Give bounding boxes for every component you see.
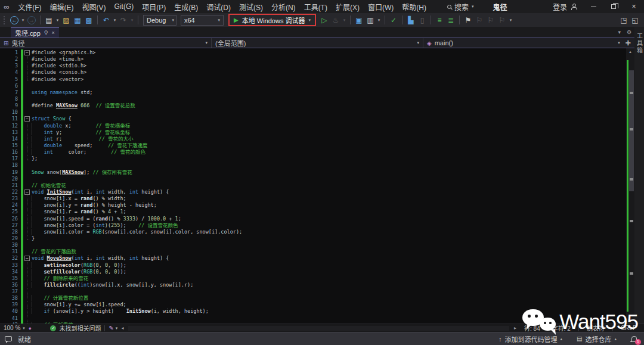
comment-selection-icon[interactable]: ≡	[434, 14, 445, 26]
start-debugging-button[interactable]: ▶ 本地 Windows 调试器 ▾	[228, 14, 316, 26]
horizontal-scrollbar[interactable]	[128, 326, 509, 331]
split-editor-icon[interactable]: ✛	[623, 39, 631, 47]
code-line[interactable]	[24, 96, 626, 102]
nav-back-icon[interactable]: ←	[10, 16, 18, 24]
code-line[interactable]: int color; // 雪花的颜色	[24, 149, 626, 156]
toggle-bookmark-icon[interactable]: ⚑	[463, 14, 473, 26]
fold-collapse-icon[interactable]: −	[24, 116, 32, 122]
code-editor[interactable]: 1234567891011121314151617181920212223242…	[0, 48, 634, 324]
code-line[interactable]: −#include <graphics.h>	[24, 49, 626, 56]
menu-item-4[interactable]: 项目(P)	[138, 1, 170, 13]
send-feedback-icon[interactable]: ◳	[618, 14, 629, 26]
code-line[interactable]: // 计算雪花新位置	[24, 295, 626, 302]
menu-item-8[interactable]: 分析(N)	[267, 1, 300, 13]
menu-item-5[interactable]: 生成(B)	[170, 1, 202, 13]
zoom-control[interactable]: 100 % ▾	[4, 325, 25, 331]
save-icon[interactable]: ▦	[72, 14, 83, 26]
open-file-icon[interactable]: ▨	[61, 14, 72, 26]
code-line[interactable]: snow[i].x = rand() % width;	[24, 195, 626, 202]
sign-in-button[interactable]: 登录	[547, 2, 583, 12]
code-line[interactable]: #define MAXSnow 666 // 设置雪花总数	[24, 102, 626, 109]
code-line[interactable]	[24, 83, 626, 89]
format-document-icon[interactable]: ▙	[405, 14, 416, 26]
code-line[interactable]: setfillcolor(RGB(0, 0, 0));	[24, 269, 626, 275]
scroll-left-icon[interactable]: ◂	[121, 325, 123, 331]
menu-item-9[interactable]: 工具(T)	[300, 1, 332, 13]
fold-collapse-icon[interactable]: −	[24, 189, 32, 195]
code-line[interactable]: #include <vector>	[24, 76, 626, 83]
hot-reload-icon[interactable]: ♨	[330, 14, 341, 26]
scroll-right-icon[interactable]: ▸	[514, 325, 516, 331]
issues-indicator[interactable]: ✓ 未找到相关问题	[50, 324, 101, 332]
fold-collapse-icon[interactable]: −	[24, 255, 32, 262]
next-bookmark-icon[interactable]: ⚐	[485, 14, 496, 26]
code-line[interactable]: int r; // 雪花的大小	[24, 136, 626, 142]
code-line[interactable]: // 初始化雪花	[24, 182, 626, 189]
code-line[interactable]	[24, 162, 626, 169]
find-in-files-icon[interactable]: ▣	[354, 14, 364, 26]
new-project-caret[interactable]: ▾	[55, 14, 60, 26]
code-line[interactable]: snow[i].speed = (rand() % 3333) / 1000.0…	[24, 216, 626, 222]
solution-platform-combo[interactable]: x64 ▾	[181, 15, 224, 26]
code-line[interactable]: fillcircle((int)snow[i].x, snow[i].y, sn…	[24, 282, 626, 288]
code-line[interactable]: #include <conio.h>	[24, 69, 626, 76]
menu-item-7[interactable]: 测试(S)	[235, 1, 267, 13]
scrollbar-thumb[interactable]	[629, 70, 634, 191]
new-project-icon[interactable]: ▤	[44, 14, 54, 26]
menu-item-12[interactable]: 帮助(H)	[398, 1, 431, 13]
vertical-scrollbar[interactable]: ▲ ▼	[626, 48, 634, 324]
menu-item-10[interactable]: 扩展(X)	[332, 1, 364, 13]
prev-bookmark-icon[interactable]: ⚐	[474, 14, 485, 26]
fold-collapse-icon[interactable]: −	[24, 49, 32, 56]
nav-back-caret[interactable]: ▾	[20, 14, 26, 26]
tab-guijing-cpp[interactable]: 鬼径.cpp ⚲ ×	[11, 27, 59, 38]
hot-reload-caret[interactable]: ▾	[342, 14, 347, 26]
search-box[interactable]: 搜索 ▾	[444, 1, 478, 13]
code-cleanup-button[interactable]: ✎▾	[109, 325, 117, 331]
menu-item-6[interactable]: 调试(D)	[202, 1, 235, 13]
clear-bookmarks-icon[interactable]: ⚐	[497, 14, 507, 26]
code-line[interactable]: int y; // 雪花纵坐标	[24, 129, 626, 136]
code-line[interactable]: };	[24, 156, 626, 162]
feedback-bubble-icon[interactable]	[5, 336, 12, 341]
close-button[interactable]: ×	[624, 0, 644, 13]
code-line[interactable]: −void InitSnow(int i, int width, int hei…	[24, 189, 626, 195]
tab-options-gear-icon[interactable]: ⚙	[624, 29, 634, 35]
code-line[interactable]	[24, 288, 626, 295]
code-line[interactable]: #include <time.h>	[24, 56, 626, 63]
undo-caret[interactable]: ▾	[112, 14, 117, 26]
code-line[interactable]: double speed; // 雪花下落速度	[24, 142, 626, 149]
code-line[interactable]: setlinecolor(RGB(0, 0, 0));	[24, 262, 626, 269]
minimize-button[interactable]	[583, 0, 603, 13]
menu-item-1[interactable]: 编辑(E)	[46, 1, 78, 13]
code-line[interactable]: // 雪花的下落函数	[24, 248, 626, 255]
scrollbar-track[interactable]	[626, 55, 634, 317]
code-line[interactable]: snow[i].r = rand() % 4 + 1;	[24, 209, 626, 215]
code-line[interactable]: snow[i].color = RGB(snow[i].color, snow[…	[24, 229, 626, 235]
menu-item-2[interactable]: 视图(V)	[78, 1, 110, 13]
scope-dropdown[interactable]: (全局范围) ▾	[211, 38, 423, 48]
solution-sync-caret[interactable]: ▾	[376, 14, 382, 26]
solution-configuration-combo[interactable]: Debug ▾	[143, 15, 177, 26]
nav-forward-icon[interactable]: →	[27, 16, 36, 24]
start-without-debugging-icon[interactable]: ▷	[319, 14, 330, 26]
code-line[interactable]: snow[i].y = rand() % height - height;	[24, 202, 626, 209]
spell-check-icon[interactable]: ✓	[388, 14, 399, 26]
duplicate-code-icon[interactable]: ▯	[417, 14, 428, 26]
code-line[interactable]: snow[i].color = (int)(255); // 设置雪花颜色	[24, 222, 626, 229]
code-line[interactable]: #include <stdio.h>	[24, 63, 626, 69]
solution-sync-icon[interactable]: ▥	[365, 14, 376, 26]
close-tab-icon[interactable]: ×	[51, 30, 54, 36]
menu-item-3[interactable]: Git(G)	[110, 1, 138, 12]
uncomment-selection-icon[interactable]: ≣	[445, 14, 456, 26]
restore-button[interactable]	[603, 0, 624, 13]
code-line[interactable]	[24, 242, 626, 248]
health-indicator-icon[interactable]: ♦	[29, 325, 32, 331]
redo-icon[interactable]: ↷	[118, 14, 129, 26]
take-survey-icon[interactable]: ◱	[630, 14, 640, 26]
code-line[interactable]: −struct Snow {	[24, 116, 626, 122]
menu-item-0[interactable]: 文件(F)	[14, 1, 45, 13]
code-line[interactable]: using namespace std;	[24, 89, 626, 96]
code-line[interactable]: Snow snow[MAXSnow]; // 保存所有雪花	[24, 169, 626, 176]
toolbox-tab[interactable]: 工具箱	[635, 33, 644, 54]
